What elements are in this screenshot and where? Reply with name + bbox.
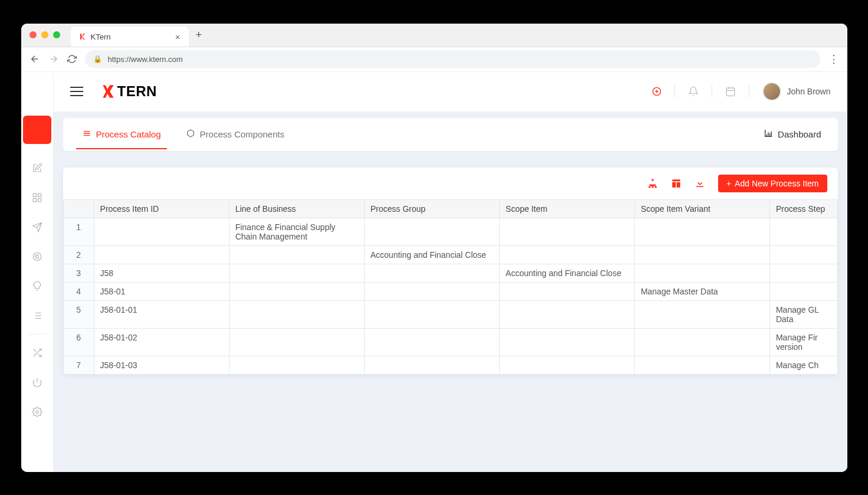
table-row[interactable]: 6J58-01-02Manage Fir version (63, 328, 837, 356)
cell-lob[interactable] (229, 300, 364, 328)
cell-si[interactable] (499, 300, 634, 328)
bell-icon[interactable] (688, 86, 699, 97)
cell-pg[interactable] (364, 282, 499, 300)
close-tab-icon[interactable]: × (175, 32, 181, 42)
cell-pg[interactable]: Accounting and Financial Close (364, 245, 499, 264)
col-header-si[interactable]: Scope Item (499, 199, 634, 218)
list-icon[interactable] (27, 306, 47, 326)
user-menu[interactable]: John Brown (762, 82, 831, 101)
col-header-pg[interactable]: Process Group (364, 199, 499, 218)
cell-siv[interactable] (634, 356, 769, 374)
table-row[interactable]: 7J58-01-03Manage Ch (63, 356, 837, 374)
col-header-siv[interactable]: Scope Item Variant (634, 199, 769, 218)
close-window-button[interactable] (30, 31, 37, 38)
table-card: + Add New Process Item Process Item ID L… (63, 168, 838, 375)
cell-ps[interactable] (769, 218, 837, 245)
col-header-number[interactable] (63, 199, 94, 218)
fire-icon[interactable] (27, 247, 47, 267)
cell-lob[interactable] (229, 356, 364, 374)
col-header-lob[interactable]: Line of Business (229, 199, 364, 218)
cell-pg[interactable] (364, 328, 499, 356)
cell-lob[interactable]: Finance & Financial Supply Chain Managem… (229, 218, 364, 245)
power-icon[interactable] (27, 372, 47, 392)
svg-line-13 (34, 349, 36, 352)
cell-pg[interactable] (364, 218, 499, 245)
table-row[interactable]: 5J58-01-01Manage GL Data (63, 300, 837, 328)
table-row[interactable]: 3J58Accounting and Financial Close (63, 264, 837, 282)
cell-si[interactable] (499, 245, 634, 264)
cell-id[interactable]: J58-01-03 (94, 356, 229, 374)
cell-pg[interactable] (364, 264, 499, 282)
table-row[interactable]: 4J58-01Manage Master Data (63, 282, 837, 300)
tab-process-catalog[interactable]: Process Catalog (80, 129, 163, 149)
cube-icon (186, 129, 195, 140)
cell-pg[interactable] (364, 356, 499, 374)
cell-si[interactable] (499, 282, 634, 300)
chart-icon (764, 129, 773, 140)
col-header-ps[interactable]: Process Step (769, 199, 837, 218)
tab-process-components[interactable]: Process Components (184, 129, 287, 149)
sidebar-item-active[interactable] (23, 116, 51, 144)
gear-icon[interactable] (27, 402, 47, 422)
cell-siv[interactable] (634, 328, 769, 356)
new-tab-button[interactable]: + (196, 29, 202, 41)
cell-si[interactable] (499, 328, 634, 356)
download-icon[interactable] (695, 178, 705, 189)
cell-id[interactable]: J58-01-02 (94, 328, 229, 356)
topbar-right: John Brown (652, 82, 831, 101)
window-controls (30, 31, 60, 38)
table-icon[interactable] (671, 178, 682, 189)
table-row[interactable]: 1Finance & Financial Supply Chain Manage… (63, 218, 837, 245)
cell-pg[interactable] (364, 300, 499, 328)
col-header-id[interactable]: Process Item ID (94, 199, 229, 218)
cell-id[interactable] (94, 245, 229, 264)
calendar-icon[interactable] (725, 86, 736, 97)
back-button[interactable] (30, 54, 40, 64)
add-process-item-button[interactable]: + Add New Process Item (718, 175, 827, 192)
cell-ps[interactable]: Manage Ch (769, 356, 837, 374)
cell-id[interactable]: J58-01 (94, 282, 229, 300)
cell-ps[interactable]: Manage Fir version (769, 328, 837, 356)
cell-siv[interactable] (634, 218, 769, 245)
cell-ps[interactable] (769, 264, 837, 282)
cell-ps[interactable]: Manage GL Data (769, 300, 837, 328)
reload-button[interactable] (67, 54, 77, 64)
add-icon[interactable] (652, 87, 661, 96)
edit-icon[interactable] (27, 158, 47, 178)
cell-lob[interactable] (229, 245, 364, 264)
hierarchy-icon[interactable] (647, 178, 658, 189)
cell-id[interactable]: J58 (94, 264, 229, 282)
browser-tab[interactable]: KTern × (71, 27, 189, 47)
cell-lob[interactable] (229, 328, 364, 356)
cell-siv[interactable] (634, 300, 769, 328)
cell-lob[interactable] (229, 264, 364, 282)
cell-si[interactable] (499, 356, 634, 374)
svg-rect-1 (38, 194, 41, 196)
cell-lob[interactable] (229, 282, 364, 300)
cell-siv[interactable] (634, 264, 769, 282)
cell-ps[interactable] (769, 245, 837, 264)
send-icon[interactable] (27, 217, 47, 237)
dashboard-link[interactable]: Dashboard (764, 129, 821, 140)
maximize-window-button[interactable] (53, 31, 60, 38)
bulb-icon[interactable] (27, 276, 47, 296)
shuffle-icon[interactable] (27, 343, 47, 363)
browser-window: KTern × + 🔒 https://www.ktern.com ⋮ (21, 24, 847, 472)
cell-id[interactable]: J58-01-01 (94, 300, 229, 328)
url-input[interactable]: 🔒 https://www.ktern.com (85, 50, 820, 68)
cell-ps[interactable] (769, 282, 837, 300)
minimize-window-button[interactable] (41, 31, 48, 38)
brand-logo: TERN (101, 83, 157, 100)
browser-menu-icon[interactable]: ⋮ (828, 53, 839, 65)
menu-toggle[interactable] (70, 84, 83, 99)
cell-siv[interactable]: Manage Master Data (634, 282, 769, 300)
svg-rect-22 (651, 186, 653, 188)
forward-button[interactable] (48, 54, 59, 64)
table-row[interactable]: 2Accounting and Financial Close (63, 245, 837, 264)
svg-rect-21 (648, 186, 650, 188)
cell-si[interactable] (499, 218, 634, 245)
cell-id[interactable] (94, 218, 229, 245)
cell-si[interactable]: Accounting and Financial Close (499, 264, 634, 282)
grid-icon[interactable] (27, 188, 47, 208)
cell-siv[interactable] (634, 245, 769, 264)
